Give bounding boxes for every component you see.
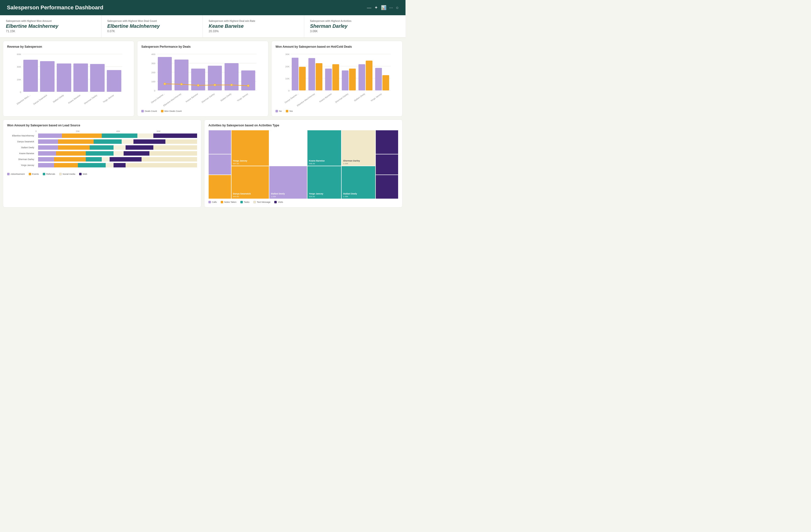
activities-chart-title: Activities by Salesperson based on Activ… <box>209 124 398 127</box>
svg-text:Stafani Deely: Stafani Deely <box>354 92 366 102</box>
leadsource-segment <box>86 151 113 156</box>
deals-legend-item: Won Deals Count <box>161 110 182 112</box>
svg-rect-40 <box>241 70 255 90</box>
activities-legend-item: Notes Taken <box>221 201 236 203</box>
svg-point-43 <box>180 83 183 85</box>
svg-text:60K: 60K <box>17 53 21 56</box>
leadsource-bar-row: Keane Barwise <box>7 151 197 156</box>
leadsource-segment <box>54 157 86 162</box>
leadsource-segment <box>113 145 126 150</box>
menu-icon: ··· <box>389 5 393 10</box>
dashboard-header: Salesperson Performance Dashboard — ✦ 📊 … <box>0 0 406 15</box>
leadsource-segment <box>54 163 78 167</box>
treemap-cell-label: Keane Barwise <box>309 159 340 163</box>
svg-rect-71 <box>375 68 382 90</box>
leadsource-x-label: 40K <box>116 130 157 133</box>
revenue-chart-svg: 020K40K60KElbertine MacL...Danya Swanwic… <box>7 51 130 108</box>
svg-text:Elbertine MacInherney: Elbertine MacInherney <box>163 92 182 107</box>
leadsource-x-label: 20K <box>76 130 117 133</box>
treemap-cell-10 <box>376 130 398 154</box>
treemap-cell-value: 929.00 <box>309 195 340 198</box>
activities-legend-item: Visits <box>274 201 283 203</box>
kpi-label-1: Salesperson with Highest Won Deal Count <box>107 20 197 22</box>
leadsource-segment <box>56 151 86 156</box>
svg-text:300: 300 <box>151 62 156 65</box>
svg-text:100: 100 <box>151 80 156 83</box>
svg-rect-14 <box>74 63 88 92</box>
kpi-card-0: Salesperson with Highest Won Amount Elbe… <box>0 15 102 37</box>
svg-rect-66 <box>349 69 356 90</box>
svg-rect-69 <box>366 61 372 90</box>
kpi-card-3: Salesperson with Highest Activities Sher… <box>304 15 406 37</box>
leadsource-segment <box>137 134 153 138</box>
leadsource-segment <box>38 163 54 167</box>
leadsource-segment <box>38 134 62 138</box>
leadsource-bar-row: Stafani Deely <box>7 145 197 150</box>
activities-legend-item: Calls <box>209 201 217 203</box>
leadsource-segment <box>38 145 58 150</box>
svg-text:20K: 20K <box>285 65 290 68</box>
leadsource-segment <box>153 134 197 138</box>
svg-text:Yorgo Jancey: Yorgo Jancey <box>370 92 382 102</box>
svg-text:Keane Barwise: Keane Barwise <box>67 94 81 104</box>
activities-legend-item: Text Message <box>254 201 271 203</box>
svg-rect-59 <box>308 58 315 90</box>
leadsource-row-name: Stafani Deely <box>7 146 34 149</box>
hotcold-chart-title: Won Amount by Salesperson based on Hot/C… <box>275 45 398 48</box>
treemap-cell-2 <box>209 175 231 199</box>
svg-point-47 <box>247 85 249 87</box>
leadsource-legend-item: Referrals <box>43 173 55 175</box>
svg-point-42 <box>164 83 166 85</box>
svg-text:40K: 40K <box>17 65 21 68</box>
leadsource-segment <box>124 151 149 156</box>
svg-text:Danya Swanwick: Danya Swanwick <box>33 94 48 105</box>
treemap-cell-value: 1.03K <box>343 163 374 165</box>
treemap-cell-0 <box>209 130 231 154</box>
leadsource-legend-item: Web <box>79 173 87 175</box>
leadsource-segment <box>38 157 54 162</box>
kpi-name-3: Sherman Darley <box>310 24 400 29</box>
leadsource-x-label: 60K <box>157 130 197 133</box>
kpi-value-0: 71.15K <box>6 30 95 33</box>
search-icon[interactable]: ○ <box>396 5 399 10</box>
leadsource-legend-item: Social media <box>59 173 75 175</box>
svg-rect-30 <box>158 57 172 90</box>
svg-point-45 <box>214 84 216 86</box>
svg-rect-8 <box>24 60 38 92</box>
treemap-cell-value: 1.05K <box>343 195 374 198</box>
chart-icon: 📊 <box>381 5 386 10</box>
kpi-card-1: Salesperson with Highest Won Deal Count … <box>102 15 203 37</box>
kpi-name-1: Elbertine MacInherney <box>107 24 197 29</box>
leadsource-segment <box>78 163 106 167</box>
treemap-cell-label: Sherman Darley <box>343 159 374 163</box>
svg-rect-32 <box>174 60 188 90</box>
kpi-label-3: Salesperson with Highest Activities <box>310 20 400 22</box>
svg-rect-12 <box>57 63 71 92</box>
kpi-label-0: Salesperson with Highest Won Amount <box>6 20 95 22</box>
svg-rect-38 <box>225 63 239 90</box>
leadsource-segment <box>58 145 90 150</box>
leadsource-segment <box>126 145 153 150</box>
minimize-icon[interactable]: — <box>367 5 371 10</box>
hotcold-chart-card: Won Amount by Salesperson based on Hot/C… <box>271 41 402 117</box>
svg-text:200: 200 <box>151 71 156 74</box>
treemap-cell-5: Stafani Deely 1.05K <box>269 166 307 199</box>
leadsource-segment <box>94 139 121 144</box>
svg-rect-16 <box>90 64 105 92</box>
svg-rect-72 <box>382 75 389 90</box>
svg-text:30K: 30K <box>285 53 290 56</box>
svg-rect-65 <box>342 70 349 90</box>
activities-legend-item: Tasks <box>240 201 249 203</box>
svg-rect-62 <box>325 69 332 90</box>
hotcold-legend-item: Yes <box>286 110 293 112</box>
leadsource-legend-item: Advertisement <box>7 173 25 175</box>
leadsource-bar-row: Elbertine MacInherney <box>7 134 197 138</box>
charts-row-1: Revenue by Salesperson 020K40K60KElberti… <box>0 38 406 120</box>
leadsource-segment <box>38 139 58 144</box>
treemap-cell-12 <box>376 175 398 199</box>
svg-text:Yorgo Jancey: Yorgo Jancey <box>102 94 114 104</box>
svg-text:Elbertine MacL...: Elbertine MacL... <box>16 94 31 105</box>
treemap-cell-label: Stafani Deely <box>343 193 374 195</box>
kpi-label-2: Salesperson with Highest Deal win Rate <box>209 20 298 22</box>
svg-rect-18 <box>107 70 121 92</box>
